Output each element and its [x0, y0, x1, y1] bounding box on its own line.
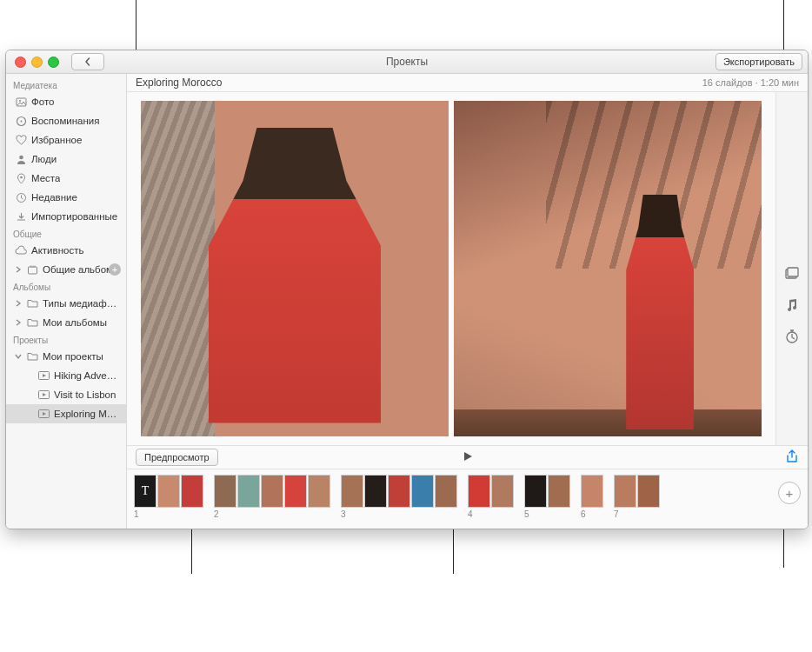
filmstrip-thumb[interactable]: [261, 475, 283, 508]
music-button[interactable]: [784, 297, 800, 313]
slideshow-icon: [37, 389, 50, 401]
filmstrip-number: 4: [468, 509, 514, 519]
filmstrip-thumb[interactable]: T: [134, 475, 156, 508]
sidebar-item-places[interactable]: Места: [6, 169, 126, 188]
filmstrip-thumb[interactable]: [364, 475, 387, 508]
sidebar-item-photos[interactable]: Фото: [6, 92, 126, 111]
sidebar: Медиатека Фото Воспоминания Избранное Лю…: [6, 74, 127, 529]
sidebar-item-label: Типы медиафайлов: [43, 298, 121, 309]
sidebar-section-library: Медиатека: [6, 77, 126, 92]
sidebar-item-label: Активность: [31, 245, 83, 256]
add-slide-button[interactable]: +: [778, 482, 801, 504]
sidebar-section-shared: Общие: [6, 226, 126, 241]
sidebar-item-memories[interactable]: Воспоминания: [6, 111, 126, 130]
sidebar-item-project-1[interactable]: Hiking Adventure: [6, 366, 126, 385]
sidebar-item-imported[interactable]: Импортированные: [6, 207, 126, 226]
sidebar-item-favorites[interactable]: Избранное: [6, 130, 126, 150]
sidebar-item-project-2[interactable]: Visit to Lisbon: [6, 385, 126, 404]
play-button[interactable]: [462, 450, 474, 465]
svg-point-4: [19, 155, 23, 159]
filmstrip-thumb[interactable]: [524, 475, 547, 508]
pin-icon: [15, 172, 27, 184]
filmstrip-group-2[interactable]: 2: [214, 475, 330, 519]
filmstrip-group-4[interactable]: 4: [468, 475, 514, 519]
filmstrip-number: 2: [214, 509, 330, 519]
filmstrip-thumb[interactable]: [411, 475, 434, 508]
slideshow-icon: [37, 408, 50, 420]
preview-button[interactable]: Предпросмотр: [136, 449, 218, 466]
app-window: Проекты Экспортировать Медиатека Фото Во…: [5, 50, 809, 529]
chevron-left-icon: [83, 57, 92, 66]
filmstrip-thumb[interactable]: [284, 475, 307, 508]
filmstrip-group-7[interactable]: 7: [614, 475, 660, 519]
filmstrip-number: 6: [581, 509, 603, 519]
cloud-icon: [15, 244, 27, 256]
share-icon: [785, 449, 799, 463]
sidebar-section-albums: Альбомы: [6, 279, 126, 294]
filmstrip-thumb[interactable]: [214, 475, 236, 508]
window-controls: [15, 57, 59, 68]
close-window-button[interactable]: [15, 57, 26, 68]
sidebar-item-label: Мои проекты: [43, 351, 103, 362]
filmstrip-thumb[interactable]: [341, 475, 363, 508]
filmstrip-thumb[interactable]: [308, 475, 330, 508]
sidebar-item-label: Места: [31, 173, 60, 183]
theme-icon: [784, 266, 800, 282]
title-glyph: T: [142, 484, 150, 498]
sidebar-item-label: Люди: [31, 154, 57, 164]
chevron-right-icon: [15, 300, 22, 307]
sidebar-item-shared-albums[interactable]: Общие альбомы +: [6, 260, 126, 279]
filmstrip-thumb[interactable]: [157, 475, 180, 508]
sidebar-item-recent[interactable]: Недавние: [6, 188, 126, 207]
filmstrip-number: 3: [341, 509, 457, 519]
filmstrip-group-6[interactable]: 6: [581, 475, 603, 519]
clock-icon: [15, 191, 27, 203]
project-title: Exploring Morocco: [136, 77, 222, 89]
theme-button[interactable]: [784, 266, 800, 282]
filmstrip-thumb[interactable]: [237, 475, 260, 508]
filmstrip-thumb[interactable]: [581, 475, 603, 508]
export-button-label: Экспортировать: [723, 57, 795, 67]
project-header: Exploring Morocco 16 слайдов · 1:20 мин: [127, 74, 808, 92]
slide-image-right[interactable]: [454, 101, 762, 436]
sidebar-item-project-3[interactable]: Exploring Moroc…: [6, 404, 126, 423]
sidebar-item-media-types[interactable]: Типы медиафайлов: [6, 294, 126, 313]
sidebar-section-projects: Проекты: [6, 332, 126, 347]
filmstrip-thumb[interactable]: [614, 475, 636, 508]
filmstrip-thumb[interactable]: [548, 475, 570, 508]
add-shared-album-button[interactable]: +: [109, 263, 121, 276]
slide-image-left[interactable]: [141, 101, 449, 436]
project-status: 16 слайдов · 1:20 мин: [702, 77, 799, 88]
filmstrip-number: 1: [134, 509, 203, 519]
shared-album-icon: [26, 263, 38, 276]
filmstrip-group-3[interactable]: 3: [341, 475, 457, 519]
filmstrip-thumb[interactable]: [637, 475, 660, 508]
filmstrip-thumb[interactable]: [388, 475, 410, 508]
minimize-window-button[interactable]: [31, 57, 43, 68]
export-button[interactable]: Экспортировать: [715, 53, 802, 70]
back-button[interactable]: [71, 53, 104, 70]
music-icon: [784, 297, 800, 313]
share-button[interactable]: [785, 449, 799, 466]
filmstrip-group-5[interactable]: 5: [524, 475, 570, 519]
sidebar-item-label: Недавние: [31, 192, 77, 203]
duration-button[interactable]: [784, 329, 800, 344]
sidebar-item-activity[interactable]: Активность: [6, 241, 126, 260]
filmstrip-group-1[interactable]: T 1: [134, 475, 203, 519]
filmstrip-thumb[interactable]: [468, 475, 490, 508]
preview-button-label: Предпросмотр: [144, 452, 210, 462]
main-area: Exploring Morocco 16 слайдов · 1:20 мин: [127, 74, 808, 529]
svg-point-3: [20, 120, 22, 122]
filmstrip-thumb[interactable]: [181, 475, 203, 508]
sidebar-item-people[interactable]: Люди: [6, 150, 126, 169]
filmstrip-thumb[interactable]: [491, 475, 514, 508]
sidebar-item-label: Visit to Lisbon: [54, 389, 116, 400]
sidebar-item-label: Hiking Adventure: [54, 370, 121, 381]
filmstrip: T 1 2: [127, 469, 808, 529]
zoom-window-button[interactable]: [48, 57, 59, 68]
filmstrip-thumb[interactable]: [435, 475, 457, 508]
sidebar-item-label: Мои альбомы: [43, 317, 107, 328]
sidebar-item-label: Фото: [31, 96, 54, 107]
sidebar-item-my-albums[interactable]: Мои альбомы: [6, 313, 126, 332]
sidebar-item-my-projects[interactable]: Мои проекты: [6, 347, 126, 366]
